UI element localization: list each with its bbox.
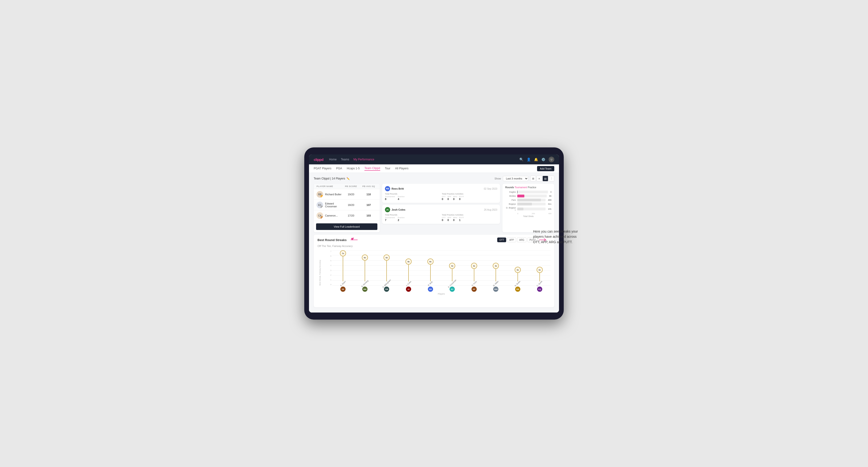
stat-grid: Total Rounds Tournament 8 Practice 4 (385, 193, 497, 200)
main-content: Team Clippd | 14 Players ✏️ Show Last 3 … (309, 173, 559, 312)
view-full-leaderboard-button[interactable]: View Full Leaderboard (316, 223, 377, 230)
chart-avatar-butler: RB (507, 286, 529, 292)
chart-avatar-miller: MM (485, 286, 507, 292)
metric-tab-ott[interactable]: OTT (497, 238, 506, 242)
practice-activities: Total Practice Activities OTT 0 APP 0 (442, 193, 497, 200)
nav-home[interactable]: Home (329, 158, 337, 161)
bubble-coles: 5x (398, 250, 420, 281)
edit-icon[interactable]: ✏️ (346, 177, 350, 180)
arg-stat: ARG 0 (453, 195, 457, 200)
metric-tab-app[interactable]: APP (507, 238, 516, 242)
x-axis-label: Players (327, 293, 551, 295)
stat-player-name: Josh Coles (392, 208, 405, 211)
player-info: RB 1 Richard Butler (316, 191, 342, 198)
col-player-name: PLAYER NAME (316, 185, 342, 187)
tablet-screen: clippd Home Teams My Performance 🔍 👤 🔔 ⚙… (309, 154, 559, 312)
avatar: DB (384, 286, 389, 292)
bar-value: 3 (550, 191, 552, 193)
bubble-miller: 4x (485, 250, 507, 281)
person-icon[interactable]: 👤 (527, 158, 531, 161)
avatar: EE (340, 286, 346, 292)
player-name-label: R. Britt (428, 281, 433, 286)
y-label-6: 6 (331, 255, 331, 257)
stat-date: 02 Sep 2023 (484, 187, 497, 190)
streak-line (539, 273, 540, 281)
sub-nav-actions: Add Team (537, 166, 554, 171)
putt-stat: PUTT 1 (459, 217, 464, 221)
streak-bubble: 5x (427, 258, 434, 264)
ott-stat: OTT 0 (442, 217, 445, 221)
table-row: CA 3 Cameron... 17/20 103 (314, 210, 380, 221)
metric-tab-arg[interactable]: ARG (517, 238, 526, 242)
period-select[interactable]: Last 3 months (503, 176, 528, 181)
y-label-4: 4 (331, 264, 331, 267)
team-header: Team Clippd | 14 Players ✏️ Show Last 3 … (314, 176, 554, 181)
subnav-pgat[interactable]: PGAT Players (314, 167, 331, 170)
subnav-pga[interactable]: PGA (336, 167, 342, 170)
add-team-button[interactable]: Add Team (537, 166, 554, 171)
avatar: BM (362, 286, 368, 292)
practice-rounds: Practice 4 (398, 195, 404, 200)
streak-bubble: 4x (471, 263, 477, 269)
view-chart-button[interactable]: ▤ (542, 176, 548, 181)
subnav-hcaps[interactable]: Hcaps 1-5 (347, 167, 360, 170)
streak-line (452, 269, 453, 281)
pb-avg: 103 (361, 214, 377, 217)
chart-col-quick: 3x C. Quick (529, 250, 551, 286)
pb-score: 18/20 (342, 204, 361, 206)
tournament-rounds: Tournament 8 (385, 195, 395, 200)
bar-row-eagles: Eagles 3 (505, 191, 552, 193)
chart-columns: 7x E. Ebert 6x B. McHarg (332, 250, 551, 286)
subnav-all-players[interactable]: All Players (395, 167, 408, 170)
streak-bubble: 5x (405, 258, 412, 264)
bar-track (517, 195, 547, 197)
bar-value: 311 (548, 203, 552, 205)
search-icon[interactable]: 🔍 (519, 158, 523, 161)
bubble-quick: 3x (529, 250, 551, 281)
chart-avatar-britt: RB (420, 286, 441, 292)
subnav-team-clippd[interactable]: Team Clippd (365, 166, 380, 171)
pb-score: 19/20 (342, 193, 361, 196)
subnav-tour[interactable]: Tour (385, 167, 390, 170)
bar-row-pars: Pars 499 (505, 198, 552, 201)
team-title-row: Team Clippd | 14 Players ✏️ (314, 177, 350, 180)
y-axis-label: Best Streak, Fairway Accuracy (319, 260, 321, 285)
streak-bubble: 6x (362, 254, 368, 261)
avatar: DF (471, 286, 477, 292)
navigation-bar: clippd Home Teams My Performance 🔍 👤 🔔 ⚙… (309, 154, 559, 164)
nav-my-performance[interactable]: My Performance (353, 158, 374, 161)
streaks-header: Best Round Streaks OTT (317, 238, 551, 242)
nav-links: Home Teams My Performance (329, 158, 374, 161)
settings-icon[interactable]: ⚙️ (541, 158, 545, 161)
bar-value: 96 (549, 195, 552, 197)
total-rounds: Total Rounds Tournament 8 Practice 4 (385, 193, 440, 200)
view-grid-button[interactable]: ⊞ (530, 176, 536, 181)
nav-teams[interactable]: Teams (341, 158, 349, 161)
team-name: Team Clippd | 14 Players (314, 177, 345, 180)
bell-icon[interactable]: 🔔 (534, 158, 538, 161)
chart-col-miller: 4x M. Miller (485, 250, 507, 286)
bar-chart: Eagles 3 Birdies 96 (505, 191, 552, 211)
user-avatar[interactable]: U (549, 157, 554, 162)
tablet-device: clippd Home Teams My Performance 🔍 👤 🔔 ⚙… (304, 148, 564, 319)
streak-line (386, 261, 387, 281)
y-label-1: 1 (331, 279, 331, 281)
y-label-7: 7 (331, 250, 331, 252)
sub-navigation: PGAT Players PGA Hcaps 1-5 Team Clippd T… (309, 164, 559, 173)
view-more-button[interactable]: ⋮ (549, 176, 554, 181)
streak-line (343, 256, 343, 281)
view-mode-buttons: ⊞ ≡ ▤ ⋮ (530, 176, 554, 181)
bar-row-birdies: Birdies 96 (505, 195, 552, 197)
chart-body: 7 6 5 4 3 2 1 0 (327, 250, 551, 286)
leaderboard-card: PLAYER NAME PB SCORE PB AVG SQ RB 1 Rich… (314, 184, 380, 232)
pb-avg: 110 (361, 193, 377, 196)
view-list-button[interactable]: ≡ (536, 176, 542, 181)
bar-label: Bogeys (505, 203, 516, 205)
chart-col-billingham: 6x D. Billingham (376, 250, 398, 286)
practice-value: 2 (398, 219, 404, 221)
y-label-0: 0 (331, 283, 331, 286)
bubble-billingham: 6x (376, 250, 398, 281)
streak-line (474, 269, 474, 281)
avatar: RB (515, 286, 520, 292)
chart-avatar-ford: DF (463, 286, 485, 292)
